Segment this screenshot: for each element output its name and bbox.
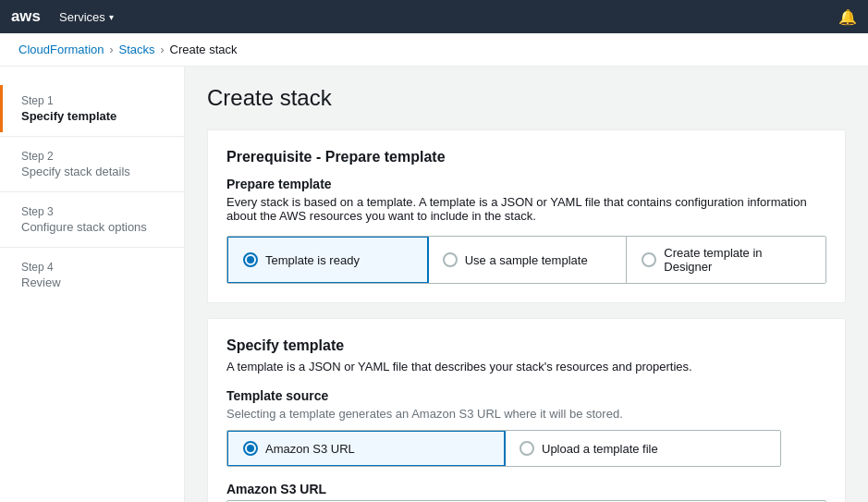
specify-template-title: Specify template xyxy=(226,337,826,354)
top-nav: aws Services ▾ 🔔 xyxy=(0,0,868,33)
prerequisite-title: Prerequisite - Prepare template xyxy=(226,149,826,165)
breadcrumb-current: Create stack xyxy=(170,43,238,56)
option-template-ready-label: Template is ready xyxy=(265,253,360,267)
main-content: Create stack Prerequisite - Prepare temp… xyxy=(185,67,868,502)
step3-label: Step 3 xyxy=(21,205,165,218)
prerequisite-card: Prerequisite - Prepare template Prepare … xyxy=(207,129,846,303)
step4-label: Step 4 xyxy=(21,261,165,274)
sidebar: Step 1 Specify template Step 2 Specify s… xyxy=(0,67,185,502)
option-sample-template-label: Use a sample template xyxy=(465,253,588,267)
radio-s3-url xyxy=(243,441,258,456)
url-field-label: Amazon S3 URL xyxy=(226,482,826,496)
option-s3-url-label: Amazon S3 URL xyxy=(265,442,355,456)
services-button[interactable]: Services ▾ xyxy=(59,10,114,24)
source-sublabel: Selecting a template generates an Amazon… xyxy=(226,407,826,421)
bell-icon[interactable]: 🔔 xyxy=(838,8,857,26)
step4-title: Review xyxy=(21,275,165,289)
option-template-ready[interactable]: Template is ready xyxy=(226,236,429,284)
option-sample-template[interactable]: Use a sample template xyxy=(428,237,628,283)
option-designer-label: Create template in Designer xyxy=(664,246,811,274)
prepare-label: Prepare template xyxy=(226,177,826,191)
sidebar-step-4[interactable]: Step 4 Review xyxy=(0,251,184,299)
sidebar-step-3[interactable]: Step 3 Configure stack options xyxy=(0,196,184,243)
chevron-down-icon: ▾ xyxy=(109,12,114,22)
source-label: Template source xyxy=(226,388,826,403)
radio-upload xyxy=(520,441,534,456)
step2-label: Step 2 xyxy=(21,150,165,163)
breadcrumb: CloudFormation › Stacks › Create stack xyxy=(0,33,868,67)
main-layout: Step 1 Specify template Step 2 Specify s… xyxy=(0,67,868,502)
source-options: Amazon S3 URL Upload a template file xyxy=(226,430,781,467)
page-title: Create stack xyxy=(207,85,846,111)
template-options: Template is ready Use a sample template … xyxy=(226,236,826,284)
breadcrumb-stacks[interactable]: Stacks xyxy=(119,43,155,56)
prepare-desc: Every stack is based on a template. A te… xyxy=(226,195,826,223)
services-label: Services xyxy=(59,10,105,24)
radio-sample-template xyxy=(443,252,458,267)
option-s3-url[interactable]: Amazon S3 URL xyxy=(226,430,506,467)
specify-template-desc: A template is a JSON or YAML file that d… xyxy=(226,360,826,373)
option-upload-label: Upload a template file xyxy=(542,442,658,456)
radio-designer xyxy=(642,252,656,267)
sidebar-step-2[interactable]: Step 2 Specify stack details xyxy=(0,141,184,188)
sidebar-step-1[interactable]: Step 1 Specify template xyxy=(0,85,184,132)
step2-title: Specify stack details xyxy=(21,165,165,178)
step1-label: Step 1 xyxy=(21,94,165,107)
option-upload[interactable]: Upload a template file xyxy=(505,431,780,466)
option-designer[interactable]: Create template in Designer xyxy=(627,237,825,283)
breadcrumb-sep-2: › xyxy=(161,43,165,56)
breadcrumb-sep-1: › xyxy=(110,43,114,56)
step3-title: Configure stack options xyxy=(21,220,165,234)
aws-logo: aws xyxy=(11,6,44,27)
breadcrumb-cloudformation[interactable]: CloudFormation xyxy=(18,43,104,56)
specify-template-card: Specify template A template is a JSON or… xyxy=(207,318,846,502)
radio-template-ready xyxy=(243,252,258,267)
svg-text:aws: aws xyxy=(11,7,41,25)
step1-title: Specify template xyxy=(21,109,165,123)
